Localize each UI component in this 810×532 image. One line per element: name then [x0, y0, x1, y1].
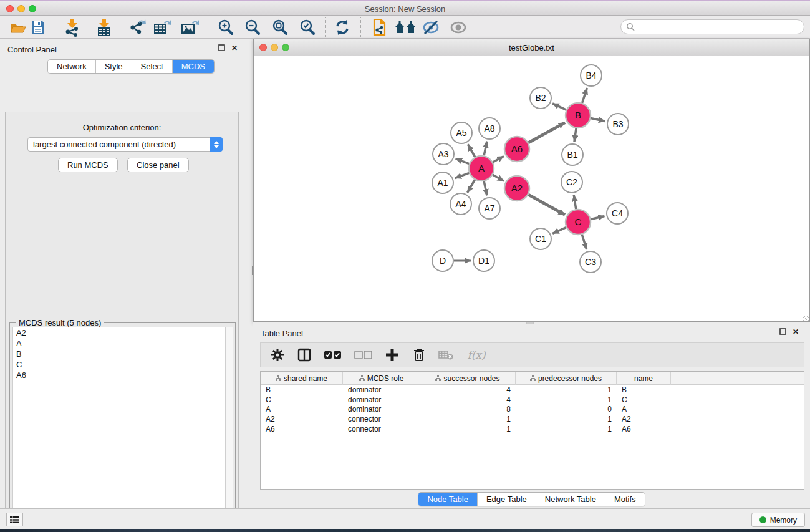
graph-node-A[interactable]: A — [469, 156, 494, 181]
tab-node-table[interactable]: Node Table — [418, 493, 478, 506]
mcds-result-item[interactable]: A2 — [13, 327, 225, 338]
refresh-icon[interactable] — [333, 18, 352, 37]
delete-table-icon[interactable] — [438, 347, 454, 363]
cybrowser-home-icon[interactable] — [393, 18, 418, 37]
graph-edge-A-A5[interactable] — [468, 144, 475, 157]
table-cell[interactable]: 1 — [516, 425, 617, 433]
tab-mcds[interactable]: MCDS — [173, 60, 214, 73]
select-all-icon[interactable] — [323, 347, 343, 363]
tab-network-table[interactable]: Network Table — [536, 493, 605, 506]
graph-node-A1[interactable]: A1 — [432, 172, 453, 193]
close-panel-icon[interactable]: ✕ — [230, 44, 239, 52]
graph-edge-C-C4[interactable] — [591, 216, 604, 220]
zoom-selected-icon[interactable] — [298, 18, 317, 37]
graph-edge-A-A7[interactable] — [484, 181, 487, 196]
save-session-icon[interactable] — [29, 18, 47, 37]
tab-motifs[interactable]: Motifs — [605, 493, 645, 506]
graph-edge-A-A6[interactable] — [493, 156, 503, 162]
graph-node-C3[interactable]: C3 — [580, 251, 601, 273]
float-panel-icon[interactable] — [218, 44, 225, 51]
optimization-criterion-dropdown[interactable]: largest connected component (directed) — [27, 137, 223, 152]
table-cell[interactable]: C — [617, 395, 671, 404]
search-input[interactable] — [620, 19, 804, 34]
table-cell[interactable]: dominator — [343, 395, 420, 404]
graph-node-B3[interactable]: B3 — [607, 114, 629, 135]
task-history-button[interactable] — [6, 513, 23, 526]
graph-node-C1[interactable]: C1 — [530, 228, 551, 249]
open-session-icon[interactable] — [9, 18, 27, 37]
table-row[interactable]: Cdominator41C — [261, 395, 804, 405]
graph-edge-A-A1[interactable] — [455, 173, 470, 178]
graph-edge-A-A4[interactable] — [468, 180, 475, 193]
table-cell[interactable]: A — [261, 405, 343, 414]
graph-node-C4[interactable]: C4 — [607, 203, 628, 224]
table-cell[interactable]: 1 — [516, 415, 617, 423]
graph-node-A4[interactable]: A4 — [450, 193, 471, 215]
zoom-fit-icon[interactable] — [271, 18, 289, 37]
graph-node-B1[interactable]: B1 — [562, 144, 583, 165]
graph-edge-C-C3[interactable] — [582, 235, 586, 249]
network-graph[interactable]: AA1A2A3A4A5A6A7A8BB1B2B3B4CC1C2C3C4DD1 — [254, 56, 809, 321]
float-panel-icon[interactable] — [779, 328, 786, 335]
divider-handle-icon[interactable] — [526, 322, 534, 324]
new-network-from-selection-icon[interactable] — [369, 18, 388, 37]
graph-node-A7[interactable]: A7 — [479, 198, 500, 219]
graph-node-A3[interactable]: A3 — [433, 143, 454, 165]
graph-edge-B-B2[interactable] — [552, 104, 566, 110]
graph-edge-B-B3[interactable] — [591, 118, 605, 121]
graph-edge-C-C1[interactable] — [552, 228, 566, 234]
table-cell[interactable]: A2 — [261, 415, 343, 423]
graph-edge-A-A8[interactable] — [484, 142, 487, 156]
table-cell[interactable]: 1 — [516, 385, 617, 394]
window-resize-grip[interactable] — [803, 316, 809, 321]
close-panel-button[interactable]: Close panel — [127, 158, 189, 172]
graph-node-C[interactable]: C — [566, 210, 591, 235]
import-table-icon[interactable] — [95, 18, 113, 37]
graph-edge-C-C2[interactable] — [574, 195, 576, 210]
export-image-icon[interactable] — [180, 18, 199, 37]
column-chooser-icon[interactable] — [296, 347, 312, 363]
mcds-result-item[interactable]: A6 — [13, 370, 225, 380]
graph-edge-A6-B[interactable] — [528, 123, 565, 143]
function-builder-icon[interactable]: f(x) — [465, 347, 488, 363]
tab-select[interactable]: Select — [132, 60, 173, 73]
graph-node-B2[interactable]: B2 — [530, 87, 551, 109]
table-cell[interactable]: B — [617, 385, 671, 394]
mcds-result-item[interactable]: A — [13, 338, 225, 349]
table-cell[interactable]: B — [261, 385, 343, 394]
graph-edge-B-B1[interactable] — [574, 128, 576, 142]
column-header-name[interactable]: name — [617, 372, 671, 385]
tab-network[interactable]: Network — [48, 60, 96, 73]
table-cell[interactable]: connector — [343, 415, 420, 423]
mcds-list-scrollbar[interactable] — [226, 327, 233, 531]
table-cell[interactable]: C — [261, 395, 343, 404]
delete-column-icon[interactable] — [411, 347, 427, 363]
graph-node-A5[interactable]: A5 — [451, 122, 472, 143]
table-cell[interactable]: 4 — [420, 395, 516, 404]
table-cell[interactable]: A6 — [261, 425, 343, 433]
table-cell[interactable]: 1 — [420, 415, 516, 423]
table-row[interactable]: A6connector11A6 — [261, 424, 804, 434]
memory-button[interactable]: Memory — [751, 513, 805, 527]
graph-node-C2[interactable]: C2 — [561, 172, 582, 193]
graph-node-B4[interactable]: B4 — [581, 65, 602, 86]
import-network-icon[interactable] — [63, 18, 82, 37]
close-panel-icon[interactable]: ✕ — [791, 327, 800, 336]
graph-node-D1[interactable]: D1 — [473, 250, 494, 271]
column-header-MCDS-role[interactable]: MCDS role — [343, 372, 420, 385]
table-cell[interactable]: A6 — [617, 425, 671, 433]
mcds-result-item[interactable]: B — [13, 349, 225, 359]
add-column-icon[interactable] — [384, 347, 400, 363]
column-header-shared-name[interactable]: shared name — [261, 372, 343, 385]
table-row[interactable]: A2connector11A2 — [261, 414, 804, 424]
table-cell[interactable]: A2 — [617, 415, 671, 423]
tab-style[interactable]: Style — [96, 60, 132, 73]
settings-gear-icon[interactable] — [269, 347, 286, 363]
tab-edge-table[interactable]: Edge Table — [478, 493, 536, 506]
table-row[interactable]: Bdominator41B — [261, 385, 804, 395]
graph-edge-A-A2[interactable] — [493, 175, 504, 181]
export-table-icon[interactable] — [153, 18, 171, 37]
table-cell[interactable]: 4 — [420, 385, 516, 394]
table-cell[interactable]: A — [617, 405, 671, 414]
table-cell[interactable]: dominator — [343, 385, 420, 394]
